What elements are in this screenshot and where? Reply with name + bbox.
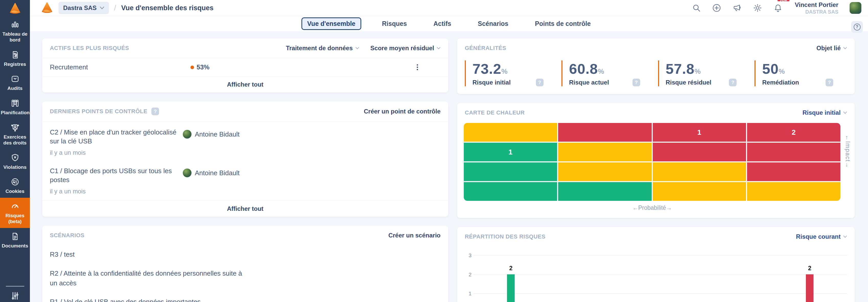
sidebar-item-audits[interactable]: Audits (0, 71, 30, 95)
stat-risque-residuel: 57.8% Risque résiduel? (658, 60, 751, 86)
panel-risky-assets: ACTIFS LES PLUS RISQUÉS Traitement de do… (42, 38, 448, 92)
sidebar-item-cookies[interactable]: Cookies (0, 173, 30, 198)
panel-control-points: DERNIERS POINTS DE CONTRÔLE ? Créer un p… (42, 102, 448, 217)
heatmap-cell[interactable] (558, 182, 651, 201)
bar-category-column: 0 (623, 255, 698, 302)
tab-vue-densemble[interactable]: Vue d'ensemble (302, 18, 361, 30)
panel-title: CARTE DE CHALEUR (465, 109, 525, 116)
control-point-owner: Antoine Bidault (183, 130, 240, 139)
control-point-title: C2 / Mise en place d'un tracker géolocal… (50, 128, 183, 146)
user-avatar[interactable] (849, 2, 861, 14)
row-menu-button[interactable] (414, 62, 421, 72)
help-tooltip-icon[interactable]: ? (151, 108, 159, 115)
heatmap-cell[interactable] (653, 182, 746, 201)
sidebar-item-documents[interactable]: Documents (0, 228, 30, 252)
control-point-title: C1 / Blocage des ports USBs sur tous les… (50, 166, 183, 185)
panel-title: RÉPARTITION DES RISQUES (465, 234, 545, 240)
heatmap-cell[interactable] (653, 143, 746, 161)
search-icon[interactable] (692, 4, 701, 12)
asset-type-filter[interactable]: Traitement de données (286, 45, 359, 52)
heatmap-cell[interactable] (747, 143, 840, 161)
sidebar-item-risques[interactable]: Risques (beta) (0, 198, 30, 228)
sidebar-item-label: Documents (1, 243, 29, 249)
tab-points-de-controle[interactable]: Points de contrôle (529, 18, 596, 30)
show-all-assets-link[interactable]: Afficher tout (42, 76, 448, 92)
bar-category-column: 2 (473, 255, 548, 302)
linked-object-filter[interactable]: Objet lié (816, 45, 847, 52)
heatmap-cell[interactable]: 2 (747, 123, 840, 142)
asset-row[interactable]: Recrutement 53% (42, 58, 448, 76)
add-icon[interactable] (712, 3, 721, 12)
heatmap-cell[interactable] (558, 162, 651, 181)
sidebar-item-exercices-des-droits[interactable]: Exercices des droits (0, 119, 30, 149)
sidebar-item-tableau-de-bord[interactable]: Tableau de bord (0, 16, 30, 46)
sidebar-item-planification[interactable]: Planification (0, 95, 30, 119)
chevron-down-icon (355, 47, 359, 50)
panel-title: SCÉNARIOS (50, 232, 84, 239)
sidebar-item-label: Tableau de bord (1, 31, 29, 43)
announcements-icon[interactable] (733, 3, 742, 12)
create-control-point-link[interactable]: Créer un point de contrôle (364, 108, 440, 115)
gear-icon[interactable] (753, 3, 762, 12)
sidebar-item-violations[interactable]: Violations (0, 149, 30, 174)
user-menu[interactable]: Vincent Portier DASTRA SAS (795, 1, 838, 15)
panel-generalites: GÉNÉRALITÉS Objet lié 73.2% Risque initi… (457, 38, 855, 94)
notifications-bell[interactable]: 20+ (773, 3, 783, 12)
workspace-selector[interactable]: Dastra SAS (59, 2, 109, 14)
bell-icon (773, 3, 783, 12)
stat-risque-actuel: 60.8% Risque actuel? (561, 60, 654, 86)
heatmap-cell[interactable] (464, 162, 557, 181)
breadcrumb-separator: / (114, 4, 116, 12)
sidebar-nav: Tableau de bord Registres Audits (0, 16, 30, 252)
heatmap-cell[interactable] (464, 182, 557, 201)
heatmap-cell[interactable] (558, 123, 651, 142)
distribution-metric-filter[interactable]: Risque courant (796, 233, 847, 240)
bar (806, 274, 813, 302)
heatmap-cell[interactable]: 1 (653, 123, 746, 142)
help-tooltip-icon[interactable]: ? (536, 79, 544, 86)
bar-chart: 3 2 1 0 2 0 0 0 2 (457, 246, 855, 302)
heatmap-cell[interactable] (653, 162, 746, 181)
help-button[interactable]: ? (851, 21, 863, 33)
control-point-row[interactable]: C1 / Blocage des ports USBs sur tous les… (42, 162, 448, 200)
app-logo[interactable] (0, 0, 30, 16)
sliders-icon[interactable] (0, 291, 30, 301)
bar-category-column: 2 (772, 255, 847, 302)
sidebar-item-registres[interactable]: Registres (0, 46, 30, 71)
help-tooltip-icon[interactable]: ? (826, 79, 833, 86)
question-mark-icon: ? (854, 24, 861, 30)
tab-scenarios[interactable]: Scénarios (472, 18, 515, 30)
tab-actifs[interactable]: Actifs (428, 18, 457, 30)
document-icon (1, 232, 29, 241)
sidebar-item-label: Exercices des droits (1, 134, 29, 146)
heatmap-cell[interactable] (747, 182, 840, 201)
tab-risques[interactable]: Risques (376, 18, 413, 30)
heatmap-metric-filter[interactable]: Risque initial (803, 109, 847, 116)
workspace-name: Dastra SAS (63, 4, 97, 11)
dastra-triangle-logo (9, 2, 21, 14)
topbar-actions: 20+ Vincent Portier DASTRA SAS (692, 1, 861, 15)
scenario-row[interactable]: R3 / test (42, 245, 448, 264)
scenario-row[interactable]: R2 / Atteinte à la confidentialité des d… (42, 264, 448, 293)
score-metric-filter[interactable]: Score moyen résiduel (370, 45, 440, 52)
create-scenario-link[interactable]: Créer un scénario (389, 232, 440, 239)
show-all-control-points-link[interactable]: Afficher tout (42, 200, 448, 217)
bar-category-column: 0 (698, 255, 772, 302)
heatmap-cell[interactable] (464, 123, 557, 142)
sidebar-item-label: Cookies (1, 189, 29, 194)
user-name: Vincent Portier (795, 1, 838, 8)
panel-title: GÉNÉRALITÉS (465, 45, 506, 52)
scenario-row[interactable]: R1 / Vol de clé USB avec des données imp… (42, 293, 448, 302)
audits-icon (1, 74, 29, 83)
help-tooltip-icon[interactable]: ? (729, 79, 737, 86)
help-tooltip-icon[interactable]: ? (632, 79, 640, 86)
sidebar-divider (6, 286, 24, 286)
control-point-row[interactable]: C2 / Mise en place d'un tracker géolocal… (42, 121, 448, 162)
bar-chart-plot: 3 2 1 0 2 0 0 0 2 (473, 255, 847, 302)
main-area: Dastra SAS / Vue d'ensemble des risques (30, 0, 868, 302)
workspace-logo (41, 2, 53, 15)
heatmap-cell[interactable]: 1 (464, 143, 557, 161)
asset-score: 53% (190, 63, 414, 71)
heatmap-cell[interactable] (558, 143, 651, 161)
heatmap-cell[interactable] (747, 162, 840, 181)
